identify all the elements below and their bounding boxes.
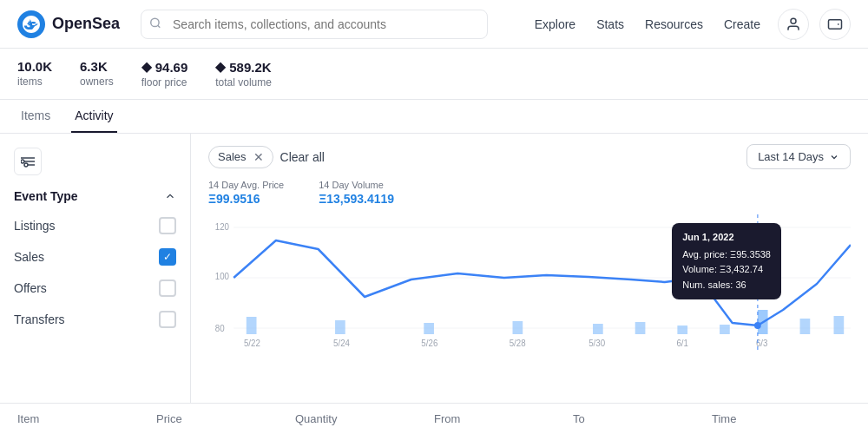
filter-item-listings[interactable]: Listings — [14, 210, 176, 241]
checkbox-offers[interactable] — [159, 279, 176, 297]
toolbar: Sales ✕ Clear all Last 14 Days — [208, 144, 851, 169]
svg-text:120: 120 — [215, 222, 230, 232]
svg-text:6/1: 6/1 — [676, 339, 688, 348]
th-price: Price — [156, 412, 295, 425]
stat-floor-label: floor price — [141, 76, 188, 89]
search-icon — [149, 16, 161, 31]
nav-resources[interactable]: Resources — [645, 17, 703, 31]
svg-rect-19 — [593, 324, 603, 334]
th-quantity: Quantity — [295, 412, 434, 425]
clear-all-button[interactable]: Clear all — [280, 150, 325, 164]
svg-rect-17 — [424, 323, 434, 334]
logo-icon — [17, 10, 45, 38]
volume-value: Ξ13,593.4119 — [319, 192, 394, 206]
filter-item-sales[interactable]: Sales — [14, 241, 176, 273]
svg-rect-24 — [800, 319, 811, 334]
account-button[interactable] — [778, 9, 809, 40]
chart-stats-row: 14 Day Avg. Price Ξ99.9516 14 Day Volume… — [208, 180, 851, 206]
stats-bar: 10.0K items 6.3K owners ◆ 94.69 floor pr… — [0, 49, 868, 100]
svg-point-8 — [24, 163, 28, 167]
floor-eth-icon: ◆ — [141, 59, 152, 75]
avg-price-value: Ξ99.9516 — [208, 192, 284, 206]
avg-price-label: 14 Day Avg. Price — [208, 180, 284, 190]
th-item: Item — [17, 412, 156, 425]
wallet-button[interactable] — [819, 9, 851, 40]
nav-explore[interactable]: Explore — [535, 17, 575, 31]
stat-volume-value: ◆ 589.2K — [215, 59, 272, 75]
svg-line-1 — [158, 25, 161, 28]
svg-rect-16 — [335, 320, 345, 334]
checkbox-transfers[interactable] — [159, 311, 176, 328]
svg-rect-25 — [834, 316, 845, 334]
tooltip-volume: Volume: Ξ3,432.74 — [682, 262, 771, 278]
logo-text: OpenSea — [52, 15, 120, 33]
stat-floor: ◆ 94.69 floor price — [141, 59, 188, 89]
svg-rect-18 — [513, 321, 523, 334]
tab-items[interactable]: Items — [17, 100, 54, 133]
content: Sales ✕ Clear all Last 14 Days 14 Day Av… — [191, 134, 868, 429]
filter-toggle-button[interactable] — [14, 148, 42, 175]
filter-icon-row — [0, 144, 190, 182]
remove-sales-tag[interactable]: ✕ — [253, 150, 264, 164]
stat-items-value: 10.0K — [17, 59, 52, 74]
svg-rect-22 — [720, 325, 730, 334]
th-time: Time — [712, 412, 851, 425]
sales-filter-tag[interactable]: Sales ✕ — [208, 146, 273, 168]
avg-price-stat: 14 Day Avg. Price Ξ99.9516 — [208, 180, 284, 206]
tooltip-avg-price: Avg. price: Ξ95.3538 — [682, 247, 771, 263]
stat-owners-value: 6.3K — [80, 59, 114, 74]
stat-owners-label: owners — [80, 76, 114, 88]
tab-activity[interactable]: Activity — [71, 100, 116, 133]
stat-volume: ◆ 589.2K total volume — [215, 59, 272, 89]
svg-text:5/30: 5/30 — [589, 339, 605, 348]
tooltip-sales: Num. sales: 36 — [682, 278, 771, 293]
svg-rect-20 — [635, 322, 646, 334]
svg-text:80: 80 — [215, 324, 225, 333]
tabs: Items Activity — [0, 100, 868, 134]
header-icons — [778, 9, 851, 40]
volume-label: 14 Day Volume — [319, 180, 394, 190]
filter-item-transfers[interactable]: Transfers — [14, 304, 176, 335]
chart-container: Jun 1, 2022 Avg. price: Ξ95.3538 Volume:… — [208, 214, 851, 353]
stat-volume-label: total volume — [215, 76, 272, 89]
svg-text:5/22: 5/22 — [244, 339, 260, 348]
checkbox-sales[interactable] — [159, 248, 176, 266]
svg-point-0 — [151, 18, 159, 26]
stat-owners: 6.3K owners — [80, 59, 114, 89]
event-type-title[interactable]: Event Type — [14, 189, 176, 203]
svg-text:5/24: 5/24 — [333, 339, 350, 348]
svg-rect-15 — [247, 317, 257, 334]
header: OpenSea Explore Stats Resources Create — [0, 0, 868, 49]
svg-point-2 — [791, 18, 796, 23]
sidebar: Event Type Listings Sales Offers Transfe… — [0, 134, 191, 429]
filter-tags: Sales ✕ Clear all — [208, 146, 325, 168]
time-select-dropdown[interactable]: Last 14 Days — [746, 144, 851, 169]
svg-point-7 — [21, 160, 24, 163]
nav-stats[interactable]: Stats — [596, 17, 624, 31]
search-bar — [141, 10, 488, 39]
filter-item-offers[interactable]: Offers — [14, 273, 176, 304]
main-layout: Event Type Listings Sales Offers Transfe… — [0, 134, 868, 429]
svg-text:5/26: 5/26 — [421, 339, 437, 348]
nav: Explore Stats Resources Create — [535, 17, 760, 31]
volume-eth-icon: ◆ — [215, 59, 226, 75]
chart-tooltip: Jun 1, 2022 Avg. price: Ξ95.3538 Volume:… — [672, 223, 781, 299]
th-from: From — [434, 412, 573, 425]
logo[interactable]: OpenSea — [17, 10, 120, 38]
stat-items: 10.0K items — [17, 59, 52, 89]
volume-stat: 14 Day Volume Ξ13,593.4119 — [319, 180, 394, 206]
stat-floor-value: ◆ 94.69 — [141, 59, 188, 75]
svg-rect-3 — [829, 19, 842, 29]
table-header: Item Price Quantity From To Time — [0, 403, 868, 434]
stat-items-label: items — [17, 76, 52, 88]
svg-rect-21 — [677, 326, 687, 334]
th-to: To — [573, 412, 712, 425]
search-input[interactable] — [141, 10, 488, 39]
svg-text:5/28: 5/28 — [510, 339, 526, 348]
event-type-filter: Event Type Listings Sales Offers Transfe… — [0, 182, 190, 342]
svg-text:100: 100 — [215, 272, 230, 281]
checkbox-listings[interactable] — [159, 217, 176, 234]
nav-create[interactable]: Create — [724, 17, 760, 31]
